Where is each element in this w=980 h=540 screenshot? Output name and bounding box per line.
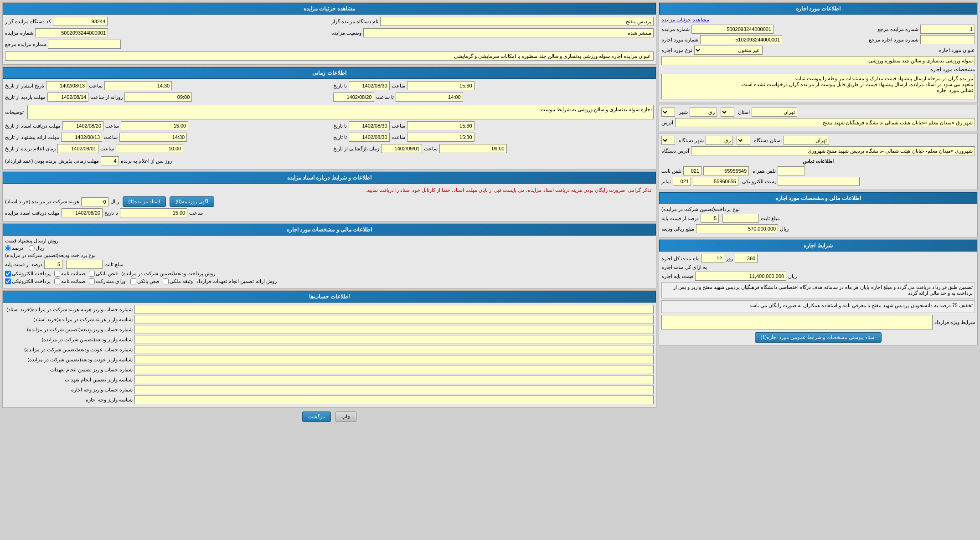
rial-label: ریال: [780, 226, 789, 232]
mablagh-sabt-right-label: مبلغ ثابت: [104, 262, 124, 267]
modat-mah-input[interactable]: [701, 254, 724, 263]
shmr-mazayede-input[interactable]: [691, 25, 774, 34]
saat-asnad2-input[interactable]: [120, 208, 187, 217]
name-dastgah-input[interactable]: [380, 17, 654, 26]
asnad-btn[interactable]: اسناد پیوستی مشخصات و شرایط عمومی مورد ا…: [755, 332, 882, 343]
account-input-0[interactable]: [134, 305, 654, 314]
saat-elam-input[interactable]: [116, 144, 183, 153]
saat-asnad-from-input[interactable]: [121, 121, 188, 130]
tarikh-asnad2-input[interactable]: [62, 208, 103, 217]
mablagh-label: مبلغ ریالی ودیعه: [661, 226, 694, 232]
account-input-4[interactable]: [134, 345, 654, 354]
zamanat2-checkbox[interactable]: [54, 278, 60, 284]
saat-ersal-to-input[interactable]: [407, 133, 475, 142]
mablagh-input[interactable]: [696, 224, 778, 233]
account-input-8[interactable]: [134, 385, 654, 394]
darsad-radio[interactable]: [5, 245, 11, 251]
account-input-1[interactable]: [134, 315, 654, 324]
onvan-input[interactable]: [661, 56, 975, 65]
tel-fixed-input[interactable]: [703, 166, 749, 175]
tarikh-ersal-from-input[interactable]: [61, 133, 102, 142]
hezine-input[interactable]: [81, 197, 108, 206]
kod-mazayede-input[interactable]: [53, 17, 108, 26]
saat-enteshar-to-input[interactable]: [407, 81, 475, 90]
email-input[interactable]: [778, 177, 860, 186]
agahi-btn[interactable]: آگهی روزنامه(0): [170, 196, 214, 207]
shmr-mazayede-ref-input[interactable]: [920, 25, 975, 34]
vaziat-input[interactable]: [363, 28, 654, 37]
ostan-dastgah-select[interactable]: [737, 136, 750, 145]
shmr-ijare-ref-label: شماره مورد اجاره مرجع: [869, 37, 918, 43]
noe-select[interactable]: غیر منقول: [694, 46, 763, 55]
tarikh-baz-from-input[interactable]: [47, 93, 88, 102]
account-label-7: شناسه واریز تضمین انجام تعهدات: [5, 377, 133, 383]
account-input-7[interactable]: [134, 375, 654, 384]
mali-right-header: اطلاعات مالی و مشخصات مورد اجاره: [3, 224, 656, 236]
moshakhasat-textarea[interactable]: مزایده گران در مرحله ارسال پیشنهاد قیمت …: [661, 74, 975, 99]
address-dastgah-input[interactable]: [691, 146, 975, 155]
fax-input[interactable]: [693, 177, 738, 186]
gheimat-input[interactable]: [695, 272, 786, 281]
tarikh-asnad-to-input[interactable]: [349, 121, 390, 130]
mablagh-sabt-input[interactable]: [722, 214, 759, 223]
asnad-mazayede-btn[interactable]: اسناد مزایده(1): [123, 196, 166, 207]
tarikh-enteshar-from-input[interactable]: [46, 81, 87, 90]
account-input-2[interactable]: [134, 325, 654, 334]
shmr-ijare-ref-input[interactable]: [920, 35, 975, 44]
tel-hamrah-input[interactable]: [778, 166, 805, 175]
account-input-6[interactable]: [134, 365, 654, 374]
account-input-5[interactable]: [134, 355, 654, 364]
fax-code-input[interactable]: [673, 177, 691, 186]
saat-baz-from-input[interactable]: [124, 93, 192, 102]
shahr-input[interactable]: [690, 108, 717, 117]
qbz2-checkbox[interactable]: [130, 278, 136, 284]
saat-baz2-input[interactable]: [439, 144, 507, 153]
darsad-label: درصد از قیمت پایه: [661, 216, 699, 221]
qbz-checkbox[interactable]: [89, 271, 95, 277]
saat-ersal-from-input[interactable]: [119, 133, 187, 142]
rial-radio[interactable]: [29, 245, 35, 251]
shmr-ijare-input[interactable]: [700, 35, 782, 44]
darsad-right-input[interactable]: [44, 260, 62, 269]
ostan-dastgah-label: استان دستگاه: [754, 138, 782, 144]
chap-btn[interactable]: چاپ: [335, 411, 356, 422]
oraghe-checkbox[interactable]: [89, 278, 95, 284]
vasighe-label: وثیقه ملکی: [170, 278, 193, 284]
shmr-mazayede-ref-label: شماره مزایده مرجع: [877, 26, 918, 32]
tarikh-ersal-to-input[interactable]: [349, 133, 390, 142]
tel-code-input[interactable]: [683, 166, 701, 175]
ostan-input[interactable]: [752, 108, 797, 117]
tarikh-baz-to-input[interactable]: [333, 93, 374, 102]
shmr-mazayede-right-input[interactable]: [35, 28, 108, 37]
zamanat-checkbox[interactable]: [54, 271, 60, 277]
shahr-dastgah-input[interactable]: [706, 136, 733, 145]
ostan-label: استان: [738, 109, 750, 115]
sharayet-vezhe-input[interactable]: [661, 315, 933, 329]
saat-enteshar-from-input[interactable]: [104, 81, 172, 90]
mohlat-pardazesh-input[interactable]: [101, 156, 119, 165]
pardakht-elec-checkbox[interactable]: [5, 271, 11, 277]
address-input[interactable]: [675, 118, 975, 127]
shahr-dastgah-select[interactable]: [661, 136, 675, 145]
modat-rooz-input[interactable]: [735, 254, 758, 263]
tarikh-asnad-from-input[interactable]: [62, 121, 103, 130]
darsad-input[interactable]: [701, 214, 719, 223]
saat-asnad-to-input[interactable]: [407, 121, 475, 130]
tozih-input[interactable]: اجاره سوله بدنسازی و سالن ورزشی به شرایط…: [27, 105, 654, 119]
mablagh-sabt-right-input[interactable]: [66, 260, 103, 269]
saat-baz-to-input[interactable]: [396, 93, 463, 102]
tarikh-baz2-input[interactable]: [381, 144, 422, 153]
shahr-select[interactable]: [661, 108, 675, 117]
shmr-moraje-right-input[interactable]: [48, 40, 121, 49]
vasighe-checkbox[interactable]: [163, 278, 169, 284]
link-mazayede[interactable]: مشاهده جزئیات مزایده: [661, 17, 709, 22]
sharayet-1-text: تضمین طبق قرارداد دریافت می گردد و مبلغ …: [673, 284, 973, 296]
pardakht-elec2-checkbox[interactable]: [5, 278, 11, 284]
tarikh-elam-input[interactable]: [57, 144, 98, 153]
account-input-9[interactable]: [134, 395, 654, 404]
tarikh-enteshar-to-input[interactable]: [349, 81, 390, 90]
account-input-3[interactable]: [134, 335, 654, 344]
ostan-dastgah-input[interactable]: [784, 136, 829, 145]
ostan-select[interactable]: [721, 108, 734, 117]
bargasht-btn[interactable]: بازگشت: [302, 411, 331, 422]
